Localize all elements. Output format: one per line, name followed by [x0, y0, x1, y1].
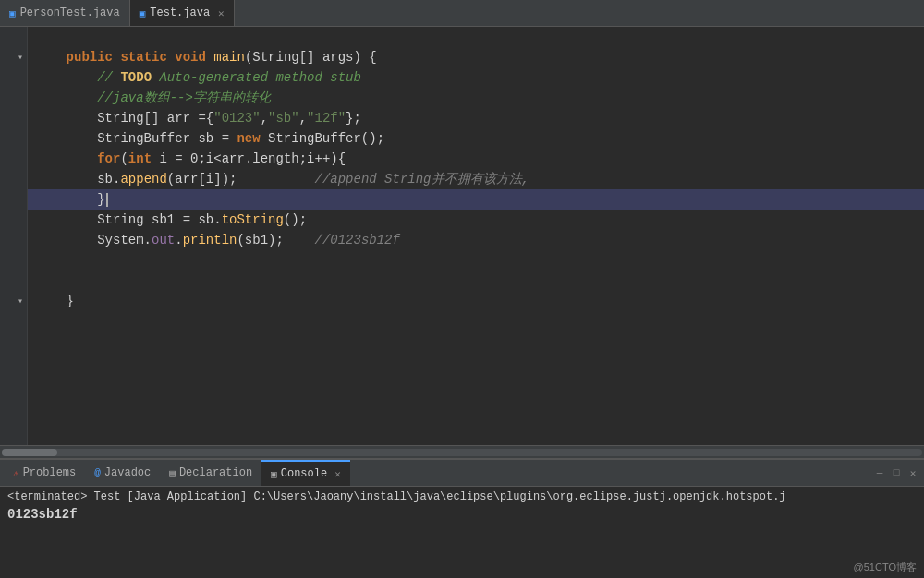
code-line-7: for(int i = 0;i<arr.length;i++){	[28, 149, 924, 169]
minimize-icon[interactable]: —	[872, 465, 887, 480]
bottom-tab-label-javadoc: Javadoc	[104, 466, 151, 479]
console-output-area: <terminated> Test [Java Application] C:\…	[0, 487, 924, 578]
line-gutter: ▾ ▾	[0, 27, 28, 445]
java-file-icon: ▣	[9, 7, 16, 19]
bottom-tab-label-declaration: Declaration	[179, 466, 252, 479]
scrollbar-track[interactable]	[2, 449, 922, 456]
bottom-tab-problems[interactable]: ⚠ Problems	[4, 460, 85, 486]
console-tab-close-icon[interactable]: ✕	[334, 468, 341, 480]
code-line-5: String[] arr ={"0123","sb","12f"};	[28, 108, 924, 128]
gutter-line-1	[0, 27, 27, 47]
code-lines: public static void main(String[] args) {…	[28, 27, 924, 331]
declaration-icon: ▤	[169, 467, 176, 479]
tab-label-test: Test.java	[150, 6, 210, 19]
gutter-line-13	[0, 271, 27, 291]
gutter-line-2: ▾	[0, 47, 27, 67]
gutter-line-6	[0, 128, 27, 149]
java-file-icon-2: ▣	[140, 7, 146, 19]
bottom-tab-console[interactable]: ▣ Console ✕	[261, 460, 350, 486]
collapse-arrow-2[interactable]: ▾	[18, 295, 23, 307]
gutter-line-7	[0, 149, 27, 169]
bottom-tab-label-problems: Problems	[23, 466, 77, 479]
code-content[interactable]: public static void main(String[] args) {…	[28, 27, 924, 445]
code-line-2: public static void main(String[] args) {	[28, 47, 924, 67]
collapse-arrow-1[interactable]: ▾	[18, 52, 23, 63]
bottom-tab-label-console: Console	[281, 467, 327, 480]
code-line-14: }	[28, 291, 924, 311]
bottom-panel: ⚠ Problems @ Javadoc ▤ Declaration ▣ Con…	[0, 458, 924, 578]
bottom-tab-javadoc[interactable]: @ Javadoc	[85, 460, 160, 486]
code-line-6: StringBuffer sb = new StringBuffer();	[28, 128, 924, 149]
editor-scrollbar[interactable]	[0, 445, 924, 458]
code-line-1	[28, 27, 924, 47]
editor-tab-bar: ▣ PersonTest.java ▣ Test.java ✕	[0, 0, 924, 27]
gutter-line-5	[0, 108, 27, 128]
code-line-9: }	[28, 189, 924, 210]
gutter-line-15	[0, 311, 27, 331]
tab-close-icon[interactable]: ✕	[218, 7, 225, 19]
gutter-line-8	[0, 169, 27, 189]
code-line-8: sb.append(arr[i]); //append String并不拥有该方…	[28, 169, 924, 189]
gutter-line-3	[0, 67, 27, 88]
gutter-line-10	[0, 210, 27, 230]
tab-test[interactable]: ▣ Test.java ✕	[130, 0, 235, 26]
warning-icon: ⚠	[13, 467, 19, 479]
code-line-4: //java数组-->字符串的转化	[28, 88, 924, 108]
console-icon: ▣	[271, 468, 277, 480]
editor-area: ▾ ▾ public static void main(String[] arg…	[0, 27, 924, 445]
javadoc-icon: @	[94, 467, 101, 478]
bottom-tab-bar: ⚠ Problems @ Javadoc ▤ Declaration ▣ Con…	[0, 460, 924, 487]
console-output-text: 0123sb12f	[7, 507, 917, 522]
close-panel-icon[interactable]: ✕	[906, 465, 920, 480]
bottom-panel-controls: — □ ✕	[872, 465, 924, 480]
code-line-11: System.out.println(sb1); //0123sb12f	[28, 230, 924, 250]
code-line-10: String sb1 = sb.toString();	[28, 210, 924, 230]
code-line-15	[28, 311, 924, 331]
code-line-3: // TODO Auto-generated method stub	[28, 67, 924, 88]
gutter-line-11	[0, 230, 27, 250]
code-line-12	[28, 250, 924, 271]
bottom-tab-declaration[interactable]: ▤ Declaration	[160, 460, 261, 486]
maximize-icon[interactable]: □	[889, 465, 904, 480]
gutter-line-4	[0, 88, 27, 108]
watermark: @51CTO博客	[854, 560, 917, 574]
tab-label-persontest: PersonTest.java	[20, 6, 120, 19]
code-line-13	[28, 271, 924, 291]
scrollbar-thumb[interactable]	[2, 449, 57, 456]
gutter-line-9	[0, 189, 27, 210]
gutter-line-14: ▾	[0, 291, 27, 311]
gutter-line-12	[0, 250, 27, 271]
tab-persontest[interactable]: ▣ PersonTest.java	[0, 0, 130, 26]
console-terminated-label: <terminated> Test [Java Application] C:\…	[7, 490, 917, 503]
